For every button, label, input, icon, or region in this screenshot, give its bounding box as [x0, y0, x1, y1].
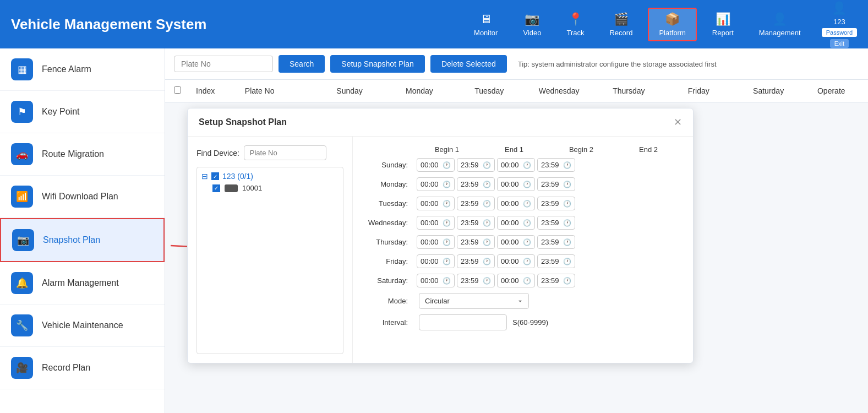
password-button[interactable]: Password [822, 28, 857, 37]
end1-clock-icon-5[interactable]: 🕐 [483, 258, 491, 265]
sidebar-item-snapshot-plan[interactable]: 📷 Snapshot Plan [0, 218, 165, 262]
begin2-wrap-0: 00:00 🕐 [497, 158, 535, 172]
begin2-clock-icon-3[interactable]: 🕐 [523, 219, 531, 227]
delete-selected-button[interactable]: Delete Selected [430, 55, 507, 73]
sidebar-label-fence-alarm: Fence Alarm [42, 64, 91, 74]
nav-track[interactable]: 📍 Track [556, 9, 594, 40]
sidebar-item-record-plan[interactable]: 🎥 Record Plan [0, 347, 165, 389]
begin2-clock-icon-4[interactable]: 🕐 [523, 238, 531, 246]
begin2-val-1: 00:00 [501, 180, 521, 188]
end2-clock-icon-2[interactable]: 🕐 [563, 200, 571, 208]
end2-val-6: 23:59 [541, 276, 561, 285]
begin2-clock-icon-1[interactable]: 🕐 [523, 181, 531, 188]
begin2-clock-icon-2[interactable]: 🕐 [523, 200, 531, 208]
find-device-row: Find Device: [196, 145, 343, 160]
device-checkbox[interactable]: ✓ [212, 184, 220, 192]
group-checkbox[interactable]: ✓ [211, 172, 219, 180]
begin2-val-3: 00:00 [501, 219, 521, 227]
begin2-clock-icon-5[interactable]: 🕐 [523, 258, 531, 265]
mode-label: Mode: [364, 297, 413, 305]
table-col-check[interactable] [174, 86, 196, 95]
end1-clock-icon-0[interactable]: 🕐 [483, 161, 491, 169]
end1-val-6: 23:59 [461, 276, 481, 285]
sidebar-item-fence-alarm[interactable]: ▦ Fence Alarm [0, 48, 165, 91]
group-label: 123 (0/1) [222, 172, 253, 181]
table-col-friday: Friday [664, 86, 734, 95]
table-col-monday: Monday [384, 86, 454, 95]
end1-clock-icon-1[interactable]: 🕐 [483, 181, 491, 188]
sidebar-item-vehicle-maintenance[interactable]: 🔧 Vehicle Maintenance [0, 305, 165, 347]
begin2-val-2: 00:00 [501, 199, 521, 208]
sidebar-item-route-migration[interactable]: 🚗 Route Migration [0, 133, 165, 176]
end1-clock-icon-2[interactable]: 🕐 [483, 200, 491, 208]
monitor-icon: 🖥 [480, 12, 492, 26]
schedule-column-headers: Begin 1 End 1 Begin 2 End 2 [364, 145, 682, 154]
end1-val-5: 23:59 [461, 257, 481, 265]
end1-clock-icon-4[interactable]: 🕐 [483, 238, 491, 246]
nav-record-label: Record [609, 29, 632, 37]
schedule-row-3: Wednesday: 00:00 🕐 23:59 🕐 00:00 🕐 23:59… [364, 216, 682, 230]
begin1-clock-icon-2[interactable]: 🕐 [443, 200, 451, 208]
nav-platform[interactable]: 📦 Platform [648, 8, 696, 41]
time-group-4: 00:00 🕐 23:59 🕐 00:00 🕐 23:59 🕐 [417, 235, 682, 249]
begin1-clock-icon-3[interactable]: 🕐 [443, 219, 451, 227]
nav-report[interactable]: 📊 Report [702, 9, 744, 40]
table-header: Index Plate No Sunday Monday Tuesday Wed… [165, 80, 868, 102]
exit-button[interactable]: Exit [830, 39, 849, 48]
modal-header: Setup Snapshot Plan ✕ [188, 108, 693, 137]
begin1-clock-icon-5[interactable]: 🕐 [443, 258, 451, 265]
find-device-label: Find Device: [196, 149, 239, 157]
begin1-clock-icon-0[interactable]: 🕐 [443, 161, 451, 169]
begin1-clock-icon-1[interactable]: 🕐 [443, 181, 451, 188]
end1-clock-icon-6[interactable]: 🕐 [483, 277, 491, 285]
end2-clock-icon-5[interactable]: 🕐 [563, 258, 571, 265]
end2-clock-icon-6[interactable]: 🕐 [563, 277, 571, 285]
day-label-0: Sunday: [364, 161, 413, 169]
key-point-icon: ⚑ [11, 101, 33, 123]
begin1-val-2: 00:00 [421, 199, 440, 208]
nav-monitor[interactable]: 🖥 Monitor [464, 9, 507, 40]
col-end2: End 2 [615, 145, 682, 154]
nav-record[interactable]: 🎬 Record [599, 9, 642, 40]
sidebar-item-wifi-download[interactable]: 📶 Wifi Download Plan [0, 176, 165, 218]
end2-clock-icon-0[interactable]: 🕐 [563, 161, 571, 169]
main-nav: 🖥 Monitor 📷 Video 📍 Track 🎬 Record 📦 Pla… [464, 1, 857, 48]
end1-clock-icon-3[interactable]: 🕐 [483, 219, 491, 227]
user-avatar-icon: 👤 [832, 1, 847, 15]
snapshot-plan-icon: 📷 [12, 229, 34, 251]
find-device-input[interactable] [244, 145, 326, 160]
end1-val-1: 23:59 [461, 180, 481, 188]
interval-unit: S(60-9999) [512, 318, 548, 327]
record-plan-icon: 🎥 [11, 357, 33, 379]
nav-report-label: Report [712, 29, 734, 37]
sidebar-item-key-point[interactable]: ⚑ Key Point [0, 91, 165, 133]
day-label-2: Tuesday: [364, 199, 413, 208]
begin2-clock-icon-6[interactable]: 🕐 [523, 277, 531, 285]
nav-management[interactable]: 👤 Management [749, 9, 811, 40]
end2-clock-icon-1[interactable]: 🕐 [563, 181, 571, 188]
modal-body: Find Device: ⊟ ✓ 123 (0/1) ✓ [188, 137, 693, 363]
plate-no-input[interactable] [174, 56, 273, 72]
search-button[interactable]: Search [279, 55, 325, 73]
select-all-checkbox[interactable] [174, 86, 181, 94]
begin1-clock-icon-6[interactable]: 🕐 [443, 277, 451, 285]
begin2-wrap-1: 00:00 🕐 [497, 177, 535, 191]
setup-snapshot-plan-button[interactable]: Setup Snapshot Plan [330, 55, 425, 73]
begin1-clock-icon-4[interactable]: 🕐 [443, 238, 451, 246]
begin2-val-5: 00:00 [501, 257, 521, 265]
begin1-val-3: 00:00 [421, 219, 440, 227]
end2-clock-icon-4[interactable]: 🕐 [563, 238, 571, 246]
alarm-management-icon: 🔔 [11, 272, 33, 294]
nav-video[interactable]: 📷 Video [513, 9, 551, 40]
modal-close-button[interactable]: ✕ [674, 116, 682, 128]
day-label-4: Thursday: [364, 238, 413, 246]
sidebar-label-snapshot-plan: Snapshot Plan [43, 235, 100, 245]
begin2-clock-icon-0[interactable]: 🕐 [523, 161, 531, 169]
mode-select[interactable]: Circular Single [419, 293, 529, 309]
sidebar-item-alarm-management[interactable]: 🔔 Alarm Management [0, 262, 165, 305]
begin2-wrap-2: 00:00 🕐 [497, 197, 535, 210]
time-group-0: 00:00 🕐 23:59 🕐 00:00 🕐 23:59 🕐 [417, 158, 682, 172]
interval-input[interactable] [419, 314, 507, 330]
end2-clock-icon-3[interactable]: 🕐 [563, 219, 571, 227]
expand-icon[interactable]: ⊟ [201, 172, 208, 181]
